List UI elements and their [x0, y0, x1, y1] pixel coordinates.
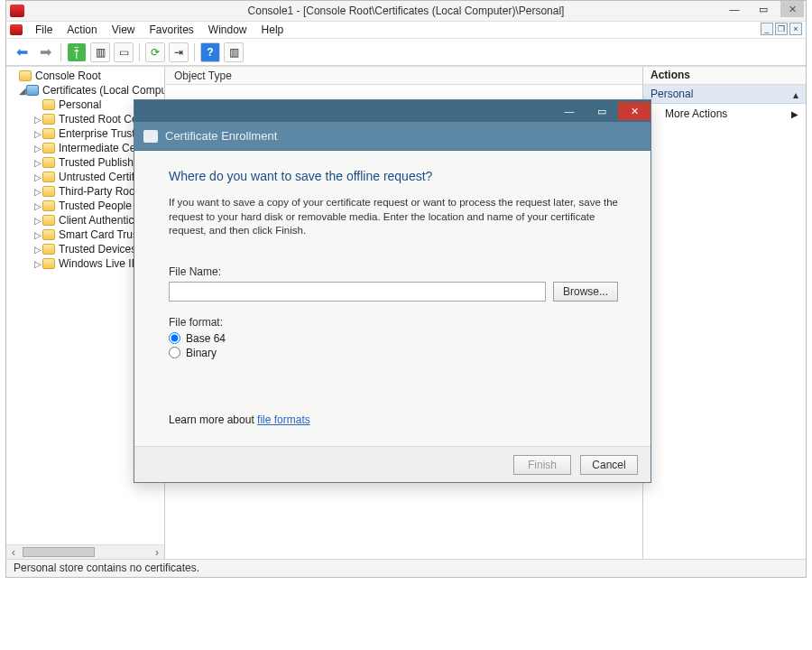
- toolbar-separator: [139, 43, 140, 61]
- expand-icon[interactable]: ▷: [33, 115, 42, 125]
- expand-icon[interactable]: ▷: [33, 230, 42, 240]
- toolbar-help-button[interactable]: ?: [200, 42, 220, 62]
- expand-icon[interactable]: ▷: [33, 129, 42, 139]
- learn-more-link[interactable]: file formats: [257, 413, 310, 426]
- chevron-right-icon: ▶: [791, 109, 798, 119]
- mmc-app-icon: [10, 5, 24, 17]
- mmc-titlebar[interactable]: Console1 - [Console Root\Certificates (L…: [6, 1, 806, 21]
- folder-icon: [42, 143, 55, 153]
- toolbar-up-icon[interactable]: ⭱: [67, 42, 87, 62]
- folder-icon: [42, 157, 55, 168]
- folder-icon: [42, 128, 55, 139]
- toolbar-certs-button[interactable]: ▥: [224, 42, 244, 62]
- mdi-restore-button[interactable]: ❐: [775, 23, 788, 35]
- toolbar: ⬅ ➡ ⭱ ▥ ▭ ⟳ ⇥ ? ▥: [6, 39, 806, 66]
- actions-section-label: Personal: [651, 88, 693, 100]
- toolbar-refresh-button[interactable]: ⟳: [145, 42, 165, 62]
- actions-more[interactable]: More Actions ▶: [643, 104, 806, 124]
- cancel-button[interactable]: Cancel: [580, 455, 638, 475]
- expand-icon[interactable]: ▷: [33, 201, 42, 211]
- toolbar-properties-button[interactable]: ▭: [114, 42, 134, 62]
- radio-binary[interactable]: Binary: [169, 347, 623, 359]
- menu-favorites[interactable]: Favorites: [143, 21, 201, 39]
- folder-icon: [42, 99, 55, 110]
- folder-icon: [42, 114, 55, 125]
- tree-item-label: Enterprise Trust: [59, 127, 135, 140]
- nav-back-button[interactable]: ⬅: [12, 42, 32, 62]
- filename-input[interactable]: [169, 282, 546, 302]
- menu-file[interactable]: File: [28, 21, 60, 39]
- dialog-minimize-button[interactable]: —: [553, 102, 586, 120]
- browse-button[interactable]: Browse...: [553, 282, 618, 302]
- nav-forward-button[interactable]: ➡: [35, 42, 55, 62]
- list-col-object-type: Object Type: [174, 70, 232, 82]
- collapse-icon[interactable]: ◢: [19, 86, 26, 96]
- folder-icon: [42, 258, 55, 269]
- dialog-body: Where do you want to save the offline re…: [134, 151, 651, 446]
- learn-more: Learn more about file formats: [169, 413, 623, 426]
- tree-item-label: Windows Live ID: [59, 257, 139, 270]
- maximize-button[interactable]: ▭: [752, 1, 775, 17]
- scroll-thumb[interactable]: [23, 547, 95, 557]
- tree-item-label: Trusted Devices: [59, 243, 136, 255]
- minimize-button[interactable]: —: [723, 1, 746, 17]
- learn-more-prefix: Learn more about: [169, 413, 257, 426]
- fileformat-label: File format:: [169, 316, 623, 329]
- mmc-doc-icon: [10, 24, 23, 35]
- dialog-maximize-button[interactable]: ▭: [586, 102, 618, 120]
- toolbar-separator: [60, 43, 61, 61]
- tree-h-scrollbar[interactable]: ‹ ›: [6, 544, 164, 559]
- tree-root[interactable]: Console Root: [6, 69, 164, 83]
- folder-icon: [42, 215, 55, 226]
- folder-icon: [42, 200, 55, 211]
- expand-icon[interactable]: ▷: [33, 187, 42, 197]
- scroll-right-icon[interactable]: ›: [150, 545, 164, 559]
- radio-base64-label: Base 64: [186, 332, 226, 345]
- expand-icon[interactable]: ▷: [33, 144, 42, 153]
- expand-icon[interactable]: ▷: [33, 158, 42, 168]
- menu-help[interactable]: Help: [254, 21, 291, 39]
- menu-window[interactable]: Window: [201, 21, 254, 39]
- close-button[interactable]: ✕: [780, 1, 804, 17]
- tree-item-label: Trusted People: [59, 200, 132, 212]
- tree-item-label: Third-Party Root: [59, 185, 138, 198]
- radio-binary-label: Binary: [186, 347, 217, 359]
- radio-binary-input[interactable]: [169, 347, 180, 358]
- tree-certificates-label: Certificates (Local Compute: [42, 84, 165, 97]
- list-column-header[interactable]: Object Type: [165, 67, 642, 85]
- tree-certificates[interactable]: ◢ Certificates (Local Compute: [6, 83, 164, 98]
- folder-icon: [42, 244, 55, 255]
- folder-icon: [42, 186, 55, 197]
- actions-section-personal[interactable]: Personal ▴: [643, 85, 806, 104]
- tree-item-label: Trusted Publishe: [59, 156, 140, 169]
- dialog-description: If you want to save a copy of your certi…: [169, 196, 620, 238]
- folder-icon: [19, 70, 32, 81]
- dialog-header: Certificate Enrollment: [134, 122, 651, 151]
- expand-icon[interactable]: ▷: [33, 245, 42, 255]
- radio-base64[interactable]: Base 64: [169, 332, 623, 345]
- dialog-footer: Finish Cancel: [134, 446, 651, 482]
- mdi-minimize-button[interactable]: _: [761, 23, 773, 35]
- certificate-icon: [143, 130, 158, 143]
- toolbar-export-button[interactable]: ⇥: [169, 42, 189, 62]
- menu-action[interactable]: Action: [60, 21, 104, 39]
- status-bar: Personal store contains no certificates.: [6, 559, 806, 577]
- menu-view[interactable]: View: [105, 21, 143, 39]
- finish-button[interactable]: Finish: [513, 455, 571, 475]
- mdi-close-button[interactable]: ×: [789, 23, 802, 35]
- expand-icon[interactable]: ▷: [33, 216, 42, 226]
- expand-icon[interactable]: ▷: [33, 172, 42, 182]
- collapse-up-icon[interactable]: ▴: [793, 88, 798, 101]
- cert-store-icon: [26, 85, 39, 96]
- dialog-titlebar[interactable]: — ▭ ✕: [134, 100, 651, 122]
- scroll-left-icon[interactable]: ‹: [6, 545, 21, 559]
- expand-icon[interactable]: ▷: [33, 259, 42, 269]
- dialog-heading: Where do you want to save the offline re…: [169, 169, 623, 183]
- radio-base64-input[interactable]: [169, 332, 180, 344]
- status-text: Personal store contains no certificates.: [14, 562, 199, 574]
- actions-pane: Actions Personal ▴ More Actions ▶: [643, 67, 806, 559]
- toolbar-showhide-button[interactable]: ▥: [90, 42, 110, 62]
- toolbar-separator: [194, 43, 195, 61]
- dialog-close-button[interactable]: ✕: [618, 102, 651, 120]
- tree-item-label: Personal: [59, 98, 101, 111]
